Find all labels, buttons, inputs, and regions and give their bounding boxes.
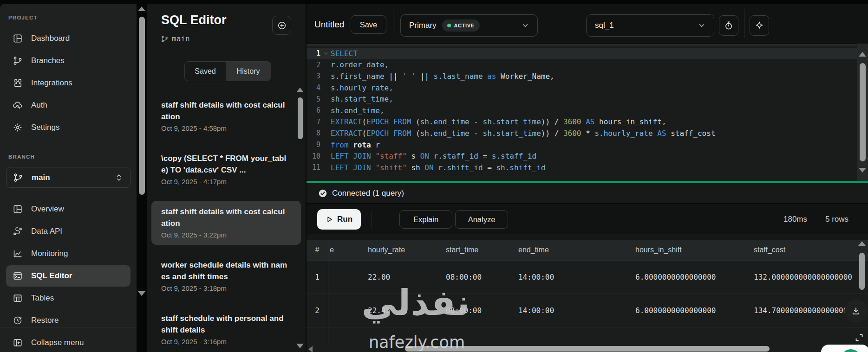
line-number: 1 — [307, 49, 320, 58]
run-button[interactable]: Run — [317, 209, 361, 230]
history-scrollbar-thumb[interactable] — [298, 97, 303, 139]
code-line: 6sh.end_time, — [307, 105, 868, 116]
history-scroll-up-arrow[interactable] — [296, 88, 304, 92]
tab-saved[interactable]: Saved — [185, 62, 226, 81]
sidebar-item-label: SQL Editor — [31, 271, 72, 281]
history-item-title: worker schedule details with names and s… — [161, 259, 287, 282]
code-line: 8EXTRACT(EPOCH FROM (sh.end_time - sh.st… — [307, 128, 868, 139]
history-item-date: Oct 9, 2025 - 3:18pm — [161, 284, 293, 292]
sidebar-item-auth[interactable]: Auth — [6, 95, 131, 116]
column-header: e — [328, 246, 368, 254]
sidebar-item-label: Dashboard — [31, 34, 70, 43]
history-item-date: Oct 9, 2025 - 4:58pm — [161, 124, 293, 132]
editor-scrollbar-thumb[interactable] — [860, 63, 866, 161]
sidebar-item-settings[interactable]: Settings — [6, 117, 131, 138]
database-selector-value: Primary — [409, 21, 437, 30]
history-item[interactable]: staff schedule with personal and shift d… — [151, 307, 301, 352]
watermark-logo — [821, 345, 868, 352]
line-number: 8 — [307, 129, 320, 137]
line-number: 10 — [307, 152, 320, 160]
sidebar-item-monitoring[interactable]: Monitoring — [6, 243, 131, 264]
line-number: 4 — [307, 83, 320, 92]
code-text: EXTRACT(EPOCH FROM (sh.end_time - sh.sta… — [331, 129, 716, 138]
sidebar-item-restore[interactable]: Restore — [6, 310, 131, 331]
branch-icon — [13, 56, 22, 65]
branch-section-label: BRANCH — [8, 154, 35, 160]
table-row: 122.0008:00:0014:00:006.0000000000000000… — [307, 261, 868, 294]
sidebar-item-sql-editor[interactable]: SQL Editor — [6, 265, 131, 287]
query-history-button[interactable] — [719, 15, 738, 36]
column-header: # — [307, 246, 328, 254]
query-row-count: 5 rows — [825, 215, 848, 224]
download-icon — [850, 306, 861, 317]
sidebar-item-collapse-menu[interactable]: Collapse menu — [6, 332, 131, 352]
sql-code-editor[interactable]: 1SELECT2r.order_date,3s.first_name || ' … — [307, 44, 868, 185]
overview-icon — [13, 205, 22, 214]
table-scrollbar-thumb[interactable] — [859, 253, 865, 290]
code-text: s.hourly_rate, — [331, 83, 393, 92]
history-scroll-down-arrow[interactable] — [296, 344, 304, 348]
history-item-date: Oct 9, 2025 - 4:17pm — [161, 178, 293, 186]
expand-icon — [853, 332, 865, 344]
sidebar-item-dashboard[interactable]: Dashboard — [6, 28, 131, 49]
sidebar-scroll-up-arrow[interactable] — [138, 6, 145, 11]
history-item[interactable]: \copy (SELECT * FROM your_table) TO 'dat… — [151, 147, 301, 192]
column-header: start_time — [446, 246, 518, 254]
sidebar-item-label: Monitoring — [31, 249, 68, 258]
dashboard-icon — [13, 34, 22, 43]
code-line: 7EXTRACT(EPOCH FROM (sh.end_time - sh.st… — [307, 116, 868, 128]
download-results-button[interactable] — [844, 300, 868, 323]
table-scroll-left-arrow[interactable] — [308, 346, 313, 352]
data-api-icon — [13, 227, 22, 236]
code-text: r.order_date, — [331, 60, 389, 69]
code-text: SELECT — [331, 49, 358, 58]
collapse-menu-wrap: Collapse menu — [6, 332, 131, 352]
table-cell: 08:00:00 — [446, 306, 518, 315]
code-text: LEFT JOIN "staff" s ON r.staff_id = s.st… — [331, 152, 536, 160]
line-number: 7 — [307, 118, 320, 126]
settings-icon — [13, 123, 22, 132]
table-cell: 6.0000000000000000 — [635, 306, 754, 315]
line-number: 11 — [307, 163, 320, 172]
results-header-row: #ehourly_ratestart_timeend_timehours_in_… — [307, 240, 868, 261]
line-number: 2 — [307, 61, 320, 69]
database-selector[interactable]: Primary ACTIVE — [400, 14, 538, 37]
table-hscrollbar-thumb[interactable] — [405, 346, 770, 352]
ai-assist-button[interactable] — [750, 15, 769, 36]
query-tab-selector[interactable]: sql_1 — [586, 14, 714, 37]
chevron-down-icon — [521, 21, 530, 30]
active-status-dot — [447, 24, 451, 27]
fold-chevron-icon[interactable] — [320, 51, 331, 56]
code-text: EXTRACT(EPOCH FROM (sh.end_time - sh.sta… — [331, 117, 666, 126]
history-item[interactable]: worker schedule details with names and s… — [151, 254, 301, 298]
expand-results-button[interactable] — [853, 331, 866, 344]
sidebar-item-branches[interactable]: Branches — [6, 50, 131, 71]
toolbar-divider — [393, 9, 393, 38]
code-area: 1SELECT2r.order_date,3s.first_name || ' … — [307, 48, 868, 173]
sidebar-scroll-down-arrow[interactable] — [138, 291, 145, 296]
editor-scroll-down-arrow[interactable] — [859, 168, 866, 173]
sidebar-item-integrations[interactable]: Integrations — [6, 72, 131, 94]
watermark-logo-circle — [839, 347, 863, 352]
table-scroll-up-arrow[interactable] — [858, 241, 866, 246]
sidebar-divider — [0, 327, 137, 327]
column-header: end_time — [518, 246, 635, 254]
sidebar-item-overview[interactable]: Overview — [6, 198, 131, 220]
save-button[interactable]: Save — [351, 15, 386, 34]
sidebar-item-data-api[interactable]: Data API — [6, 221, 131, 242]
tab-history[interactable]: History — [226, 62, 271, 81]
sidebar-item-tables[interactable]: Tables — [6, 288, 131, 309]
analyze-button[interactable]: Analyze — [455, 210, 508, 229]
branch-selector[interactable]: main — [6, 167, 131, 188]
sidebar-item-label: Restore — [31, 316, 59, 325]
explain-button[interactable]: Explain — [399, 210, 452, 229]
history-item[interactable]: staff shift details with cost calculatio… — [151, 201, 301, 245]
history-item[interactable]: staff shift details with cost calculatio… — [151, 94, 301, 138]
panel-title: SQL Editor — [161, 13, 227, 27]
query-title[interactable]: Untitled — [314, 19, 344, 30]
new-query-button[interactable] — [272, 16, 291, 35]
editor-scroll-up-arrow[interactable] — [859, 52, 866, 57]
chevron-down-icon — [697, 21, 706, 30]
sidebar-scrollbar-thumb[interactable] — [139, 17, 145, 195]
history-item-date: Oct 9, 2025 - 3:16pm — [161, 338, 293, 346]
